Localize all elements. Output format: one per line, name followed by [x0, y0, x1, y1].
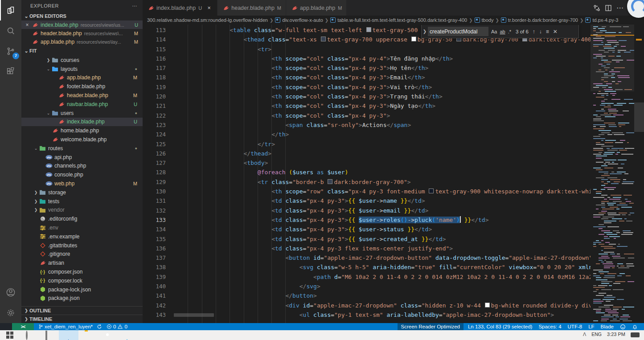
- tree-item--editorconfig[interactable]: .editorconfig: [21, 214, 143, 223]
- search-icon[interactable]: [0, 20, 21, 41]
- breadcrumb-item[interactable]: 300.relative.shadow-md.sm:rounded-lg.ove…: [147, 17, 268, 23]
- tree-item-composer-json[interactable]: {·}composer.json: [21, 267, 143, 276]
- tree-item-routes[interactable]: ⌄routes●: [21, 144, 143, 153]
- tree-item--env[interactable]: .env: [21, 223, 143, 232]
- breadcrumb-item[interactable]: ❯td.px-4.py-3: [578, 17, 618, 23]
- breadcrumb-item[interactable]: ❯tbody: [467, 17, 493, 23]
- regex-icon[interactable]: .*: [508, 29, 511, 34]
- code-editor[interactable]: 113 <table class="w-full text-sm text-le…: [143, 25, 644, 323]
- close-tab-icon[interactable]: ×: [205, 5, 213, 11]
- tree-item-package-lock-json[interactable]: package-lock.json: [21, 285, 143, 294]
- excel-icon[interactable]: [157, 330, 176, 340]
- minimap-token: [601, 283, 609, 284]
- tree-item-artisan[interactable]: artisan: [21, 258, 143, 267]
- tree-item-tests[interactable]: ❯tests: [21, 197, 143, 206]
- unikey-icon[interactable]: [59, 330, 78, 340]
- outline-section[interactable]: ❯ OUTLINE: [21, 306, 143, 315]
- open-changes-icon[interactable]: [593, 4, 600, 12]
- blue-pc-icon[interactable]: [176, 330, 196, 340]
- tree-item-courses[interactable]: ❯courses: [21, 56, 143, 65]
- find-in-selection-icon[interactable]: ≡: [546, 29, 549, 35]
- explorer-icon[interactable]: [0, 0, 21, 20]
- tree-item-vendor[interactable]: ❯vendor: [21, 206, 143, 215]
- notifications-bell-icon[interactable]: [632, 324, 638, 330]
- start-icon[interactable]: [0, 330, 20, 340]
- workspace-root-header[interactable]: ⌄ FIT: [21, 46, 143, 56]
- match-case-icon[interactable]: Aa: [491, 29, 497, 34]
- language-indicator[interactable]: ENG: [591, 332, 602, 337]
- tree-item-console-php[interactable]: phpconsole.php: [21, 170, 143, 179]
- open-editors-header[interactable]: ⌄ OPEN EDITORS: [21, 12, 143, 20]
- clock[interactable]: 3:23 PM: [607, 332, 625, 337]
- window-app-icon[interactable]: [137, 330, 157, 340]
- breadcrumb-item[interactable]: ❯tr.border-b.dark:border-gray-700: [493, 17, 578, 23]
- file-explorer-icon[interactable]: [78, 330, 98, 340]
- horizontal-scrollbar[interactable]: [174, 313, 214, 317]
- green-app-icon[interactable]: [196, 330, 216, 340]
- account-icon[interactable]: [0, 282, 21, 303]
- tree-item-package-json[interactable]: package.json: [21, 294, 143, 303]
- git-branch-item[interactable]: xet_diem_ren_luyen*: [38, 324, 102, 329]
- feedback-icon[interactable]: [620, 324, 626, 330]
- tree-item--gitignore[interactable]: .gitignore: [21, 250, 143, 259]
- tree-item-layouts[interactable]: ⌄layouts●: [21, 65, 143, 74]
- tree-item--env-example[interactable]: .env.example: [21, 232, 143, 241]
- sync-icon[interactable]: [97, 324, 102, 329]
- problems-item[interactable]: 0 0: [107, 324, 127, 329]
- open-editor-item[interactable]: ×index.blade.phpresources\views\us...U: [21, 20, 143, 29]
- tree-item-storage[interactable]: ❯storage: [21, 188, 143, 197]
- tree-item-home-blade-php[interactable]: home.blade.php: [21, 126, 143, 135]
- tab-header.blade.php[interactable]: header.blade.phpM: [217, 0, 286, 16]
- next-match-icon[interactable]: ↓: [539, 29, 542, 35]
- settings-gear-icon[interactable]: [0, 303, 21, 323]
- tree-item-app-blade-php[interactable]: app.blade.phpM: [21, 74, 143, 82]
- tree-item-index-blade-php[interactable]: index.blade.phpU: [21, 118, 143, 127]
- split-editor-icon[interactable]: [605, 4, 612, 12]
- indentation[interactable]: Spaces: 4: [538, 324, 561, 329]
- overview-ruler[interactable]: [634, 25, 644, 323]
- tab-app.blade.php[interactable]: app.blade.phpM: [286, 0, 347, 16]
- breadcrumb-item[interactable]: ❯div.overflow-x-auto: [268, 17, 323, 23]
- find-input[interactable]: [428, 27, 488, 36]
- source-control-icon[interactable]: 7: [0, 41, 21, 61]
- close-icon[interactable]: ×: [24, 22, 30, 28]
- tree-item-header-blade-php[interactable]: header.blade.phpM: [21, 91, 143, 100]
- explorer-more-actions-icon[interactable]: ⋯: [132, 3, 138, 9]
- encoding[interactable]: UTF-8: [568, 324, 582, 329]
- tree-item-footer-blade-php[interactable]: footer.blade.php: [21, 82, 143, 91]
- remote-indicator[interactable]: ><: [12, 323, 34, 330]
- tree-item-users[interactable]: ⌄users●: [21, 109, 143, 118]
- minimap-token: [599, 293, 606, 294]
- close-find-icon[interactable]: ✕: [553, 29, 558, 35]
- whole-word-icon[interactable]: ab: [500, 29, 505, 34]
- eol-sequence[interactable]: LF: [588, 324, 594, 329]
- timeline-section[interactable]: ❯ TIMELINE: [21, 315, 143, 323]
- onedrive-icon[interactable]: [118, 330, 137, 340]
- extensions-icon[interactable]: [0, 61, 21, 82]
- open-editor-item[interactable]: app.blade.phpresources\views\lay...M: [21, 37, 143, 46]
- open-editor-item[interactable]: header.blade.phpresources\views\...M: [21, 29, 143, 37]
- minimap-token: [607, 150, 618, 151]
- screen-reader-chip[interactable]: Screen Reader Optimized: [398, 323, 464, 330]
- tab-index.blade.php[interactable]: index.blade.phpU×: [143, 0, 217, 16]
- breadcrumb-item[interactable]: ❯table.w-full.text-sm.text-left.text-gra…: [323, 17, 467, 23]
- touch-keyboard-icon[interactable]: [631, 332, 640, 337]
- tray-chevron-icon[interactable]: ᐱ: [583, 332, 586, 337]
- tree-item--gitattributes[interactable]: .gitattributes: [21, 241, 143, 250]
- tree-item-web-php[interactable]: phpweb.phpM: [21, 179, 143, 188]
- tree-item-api-php[interactable]: phpapi.php: [21, 153, 143, 162]
- more-actions-icon[interactable]: ⋯: [616, 4, 623, 12]
- find-toggle-replace-icon[interactable]: ❯: [422, 29, 428, 34]
- tree-item-composer-lock[interactable]: {·}composer.lock: [21, 276, 143, 285]
- previous-match-icon[interactable]: ↑: [533, 29, 535, 35]
- search-icon[interactable]: [20, 330, 39, 340]
- tree-item-channels-php[interactable]: phpchannels.php: [21, 162, 143, 171]
- tree-item-welcome-blade-php[interactable]: welcome.blade.php: [21, 135, 143, 144]
- task-view-icon[interactable]: [39, 330, 59, 340]
- minimap[interactable]: [591, 25, 634, 323]
- scrollbar-thumb[interactable]: [634, 102, 644, 132]
- language-mode[interactable]: Blade: [601, 324, 614, 329]
- cursor-position[interactable]: Ln 133, Col 83 (29 selected): [468, 324, 532, 329]
- tree-item-navbar-blade-php[interactable]: navbar.blade.phpU: [21, 100, 143, 109]
- chrome-icon[interactable]: [98, 330, 118, 340]
